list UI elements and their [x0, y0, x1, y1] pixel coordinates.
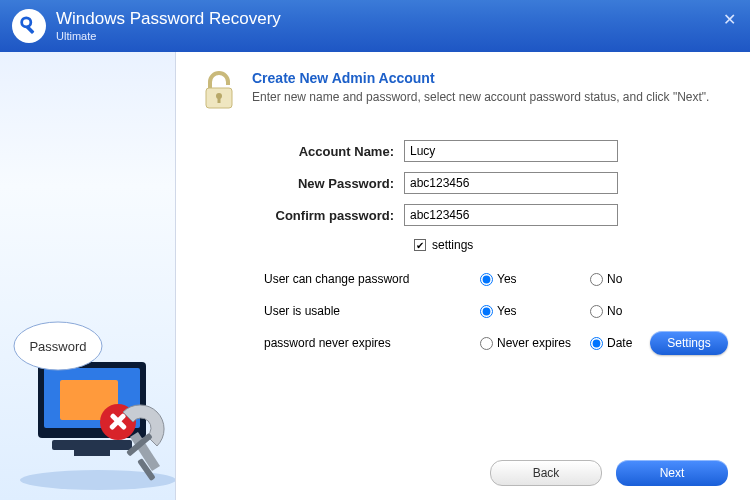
opt-usable-yes[interactable] — [480, 305, 493, 318]
sidebar: Password — [0, 52, 175, 500]
app-logo-icon — [12, 9, 46, 43]
svg-rect-7 — [74, 450, 110, 456]
confirm-password-input[interactable] — [404, 204, 618, 226]
app-edition: Ultimate — [56, 30, 281, 42]
settings-button[interactable]: Settings — [650, 331, 728, 355]
svg-point-0 — [22, 18, 31, 27]
opt-expires-date[interactable] — [590, 337, 603, 350]
main-panel: Create New Admin Account Enter new name … — [175, 52, 750, 500]
page-subtitle: Enter new name and password, select new … — [252, 90, 709, 104]
svg-text:Password: Password — [29, 339, 86, 354]
confirm-password-label: Confirm password: — [264, 208, 404, 223]
svg-rect-6 — [52, 440, 132, 450]
opt-usable-label: User is usable — [264, 304, 480, 318]
close-icon[interactable]: ✕ — [723, 10, 736, 29]
new-password-input[interactable] — [404, 172, 618, 194]
title-bar: Windows Password Recovery Ultimate ✕ — [0, 0, 750, 52]
svg-rect-17 — [218, 97, 221, 103]
back-button[interactable]: Back — [490, 460, 602, 486]
padlock-icon — [200, 70, 238, 112]
settings-checkbox[interactable]: ✔ — [414, 239, 426, 251]
next-button[interactable]: Next — [616, 460, 728, 486]
opt-usable-no[interactable] — [590, 305, 603, 318]
settings-checkbox-label: settings — [432, 238, 473, 252]
opt-expires-label: password never expires — [264, 336, 480, 350]
opt-change-pw-no[interactable] — [590, 273, 603, 286]
page-title: Create New Admin Account — [252, 70, 709, 86]
opt-never-expires[interactable] — [480, 337, 493, 350]
account-name-label: Account Name: — [264, 144, 404, 159]
account-name-input[interactable] — [404, 140, 618, 162]
sidebar-illustration-icon: Password — [8, 302, 175, 492]
app-title: Windows Password Recovery — [56, 10, 281, 29]
new-password-label: New Password: — [264, 176, 404, 191]
opt-change-pw-yes[interactable] — [480, 273, 493, 286]
opt-change-pw-label: User can change password — [264, 272, 480, 286]
